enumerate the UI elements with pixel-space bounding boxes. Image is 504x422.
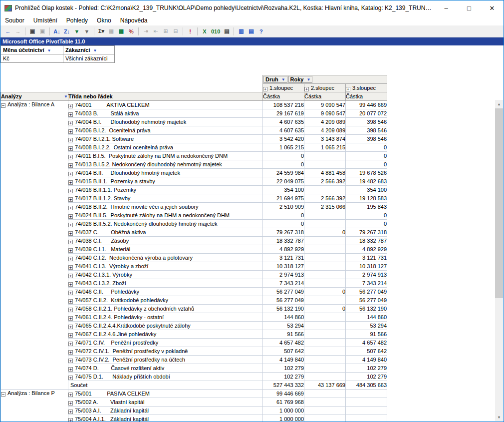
value-cell[interactable] [304, 322, 346, 330]
row-label-cell[interactable]: +74/075 D.1. Náklady příštích období [68, 373, 263, 381]
menu-item-napoveda[interactable]: Nápověda [116, 16, 152, 25]
percent-icon[interactable]: % [127, 27, 136, 36]
expand-plus-icon[interactable]: + [68, 129, 73, 134]
row-label-cell[interactable]: +74/040 C.I.2. Nedokončená výroba a polo… [68, 254, 263, 262]
value-cell[interactable]: 4 209 089 [304, 118, 346, 126]
row-label-cell[interactable]: +74/043 C.I.3.2. Zboží [68, 279, 263, 288]
back-icon[interactable]: ← [3, 27, 12, 36]
expand-plus-icon[interactable]: + [68, 316, 73, 321]
value-cell[interactable]: 10 318 127 [346, 262, 387, 271]
value-cell[interactable]: 56 277 049 [346, 296, 387, 305]
value-cell[interactable]: 99 446 669 [346, 101, 387, 109]
expand-plus-icon[interactable]: + [68, 206, 73, 210]
value-cell[interactable]: 0 [263, 152, 304, 160]
value-cell[interactable] [304, 390, 346, 398]
copy-list-icon[interactable]: ▣ [38, 27, 47, 36]
field-list-icon[interactable]: ▤ [247, 27, 255, 36]
value-cell[interactable] [304, 271, 346, 279]
expand-plus-icon[interactable]: + [68, 333, 73, 338]
move-to-column-icon[interactable]: ⇥ [141, 27, 150, 36]
value-cell[interactable] [304, 330, 346, 339]
column-field-druh[interactable]: Druh▼ [263, 76, 287, 83]
expand-plus-icon[interactable]: + [68, 112, 73, 117]
row-label-cell[interactable]: +74/016 B.II.1.1. Pozemky [68, 186, 263, 194]
value-cell[interactable]: 507 642 [346, 347, 387, 356]
expand-field-icon[interactable]: ⊞ [161, 27, 170, 36]
value-cell[interactable]: 56 132 190 [263, 305, 304, 313]
menu-item-okno[interactable]: Okno [92, 16, 116, 25]
row-label-cell[interactable]: +74/003 B. Stálá aktiva [68, 109, 263, 118]
scrollbar-thumb[interactable] [495, 108, 503, 298]
calculated-field-icon[interactable]: ▦ [117, 27, 126, 36]
refresh-icon[interactable]: ! [186, 27, 195, 36]
value-cell[interactable] [346, 415, 387, 422]
value-cell[interactable] [304, 220, 346, 228]
row-label-cell[interactable]: +74/065 C.II.2.4.4.Krátkodobé poskytnuté… [68, 322, 263, 330]
value-cell[interactable] [346, 407, 387, 415]
row-label-cell[interactable]: +74/007 B.I.2.1. Software [68, 135, 263, 143]
value-cell[interactable]: 4 149 840 [346, 356, 387, 364]
measure-header-cell[interactable]: Částka [304, 92, 346, 101]
value-cell[interactable]: 7 343 214 [263, 279, 304, 288]
value-cell[interactable]: 2 566 392 [304, 194, 346, 203]
value-cell[interactable]: 56 277 049 [263, 296, 304, 305]
expand-plus-icon[interactable]: + [68, 240, 73, 244]
value-cell[interactable]: 354 100 [346, 186, 387, 194]
value-cell[interactable]: 0 [346, 160, 387, 169]
row-label-cell[interactable]: +74/058 C.II.2.1. Pohledávky z obchodníc… [68, 305, 263, 313]
value-cell[interactable]: 20 077 072 [346, 109, 387, 118]
collapse-field-icon[interactable]: ⊟ [171, 27, 180, 36]
row-label-cell[interactable]: +74/011 B.I.5. Poskytnuté zálohy na DNM … [68, 152, 263, 160]
expand-plus-icon[interactable]: + [68, 223, 73, 227]
analysis-group-cell[interactable]: −Analýza : Bilance P [1, 390, 68, 422]
value-cell[interactable]: 0 [263, 220, 304, 228]
menu-item-pohledy[interactable]: Pohledy [62, 16, 92, 25]
value-cell[interactable]: 0 [304, 288, 346, 296]
expand-plus-icon[interactable]: + [68, 342, 73, 346]
value-cell[interactable] [304, 152, 346, 160]
value-cell[interactable]: 19 678 526 [346, 169, 387, 177]
value-cell[interactable]: 29 167 619 [263, 109, 304, 118]
column-header-2[interactable]: +2.sloupec [304, 84, 346, 92]
value-cell[interactable]: 102 279 [263, 364, 304, 373]
expand-plus-icon[interactable]: + [68, 265, 73, 270]
value-cell[interactable] [304, 398, 346, 407]
expand-plus-icon[interactable]: + [68, 291, 73, 295]
filter-by-selection-icon[interactable]: ▼ [82, 27, 91, 36]
value-cell[interactable]: 102 279 [346, 364, 387, 373]
collapse-minus-icon[interactable]: − [1, 392, 5, 397]
value-cell[interactable] [304, 347, 346, 356]
row-label-cell[interactable]: +74/015 B.II.1. Pozemky a stavby [68, 177, 263, 186]
row-label-cell[interactable]: +74/037 C. Oběžná aktiva [68, 228, 263, 237]
sort-asc-icon[interactable]: A↓ [52, 27, 61, 36]
expand-plus-icon[interactable]: + [68, 155, 73, 159]
value-cell[interactable]: 4 892 929 [346, 245, 387, 254]
total-label-cell[interactable]: Součet [68, 381, 263, 390]
value-cell[interactable]: 1 065 215 [304, 143, 346, 152]
value-cell[interactable]: 102 279 [263, 373, 304, 381]
expand-plus-icon[interactable]: + [68, 274, 73, 278]
value-cell[interactable] [304, 339, 346, 347]
copy-icon[interactable]: ▣ [28, 27, 37, 36]
value-cell[interactable]: 0 [263, 211, 304, 220]
expand-plus-icon[interactable]: + [68, 180, 73, 185]
help-icon[interactable]: ? [256, 27, 265, 36]
value-cell[interactable]: 4 607 635 [263, 126, 304, 135]
value-cell[interactable] [304, 407, 346, 415]
expand-plus-icon[interactable]: + [68, 231, 73, 236]
value-cell[interactable]: 99 446 669 [263, 390, 304, 398]
scroll-down-icon[interactable]: ▼ [495, 413, 503, 421]
maximize-button[interactable]: □ [458, 0, 481, 15]
value-cell[interactable]: 18 332 787 [346, 237, 387, 245]
row-label-cell[interactable]: +74/026 B.II.5.2. Nedokončený dlouhodobý… [68, 220, 263, 228]
value-cell[interactable]: 24 559 984 [263, 169, 304, 177]
row-label-cell[interactable]: +74/073 C.IV.2. Peněžní prostředky na úč… [68, 356, 263, 364]
value-cell[interactable] [304, 364, 346, 373]
value-cell[interactable] [304, 262, 346, 271]
expand-plus-icon[interactable]: + [68, 189, 73, 193]
value-cell[interactable] [346, 390, 387, 398]
value-cell[interactable]: 2 974 913 [263, 271, 304, 279]
value-cell[interactable]: 144 860 [263, 313, 304, 322]
move-to-row-icon[interactable]: ⇤ [151, 27, 160, 36]
row-label-cell[interactable]: +74/013 B.I.5.2. Nedokončený dlouhodobý … [68, 160, 263, 169]
